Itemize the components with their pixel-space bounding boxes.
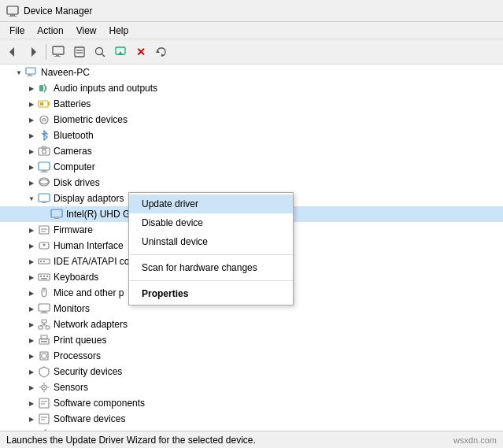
status-bar: Launches the Update Driver Wizard for th…: [0, 431, 503, 448]
svg-rect-37: [51, 209, 62, 217]
bluetooth-icon: [38, 129, 50, 142]
menu-action[interactable]: Action: [31, 24, 69, 38]
context-menu: Update driver Disable device Uninstall d…: [128, 192, 294, 305]
expand-biometric[interactable]: ▶: [25, 113, 38, 126]
ctx-disable-device[interactable]: Disable device: [129, 213, 293, 232]
svg-rect-39: [39, 226, 49, 234]
tree-label-swcomp: Software components: [54, 398, 145, 409]
tree-item-sound[interactable]: ▶ Sound, video and game controllers: [0, 427, 503, 431]
expand-mice[interactable]: ▶: [25, 287, 38, 299]
expand-swcomp[interactable]: ▶: [25, 397, 38, 409]
tree-item-bluetooth[interactable]: ▶ Bluetooth: [0, 128, 503, 143]
expand-audio[interactable]: ▶: [25, 82, 38, 94]
expand-network[interactable]: ▶: [25, 318, 38, 331]
expand-sensors[interactable]: ▶: [25, 381, 38, 394]
camera-icon: [38, 145, 50, 157]
ctx-scan-hardware[interactable]: Scan for hardware changes: [129, 258, 293, 277]
menu-help[interactable]: Help: [103, 24, 135, 38]
svg-rect-1: [10, 14, 15, 16]
svg-rect-48: [40, 276, 42, 277]
delete-button[interactable]: ✕: [131, 43, 150, 61]
expand-batteries[interactable]: ▶: [25, 98, 38, 110]
expand-print[interactable]: ▶: [25, 334, 38, 346]
expand-processors[interactable]: ▶: [25, 350, 38, 362]
monitor-icon: [38, 302, 50, 315]
svg-line-12: [102, 54, 105, 57]
expand-firmware[interactable]: ▶: [25, 224, 38, 236]
svg-rect-53: [39, 304, 50, 311]
forward-button[interactable]: [24, 43, 43, 61]
tree-item-printqueues[interactable]: ▶ Print queues: [0, 332, 503, 348]
ctx-sep1: [129, 254, 293, 255]
expand-display[interactable]: ▼: [25, 192, 38, 205]
expand-hid[interactable]: ▶: [25, 239, 38, 252]
security-icon: [38, 365, 50, 378]
svg-rect-54: [42, 311, 46, 313]
menu-bar: File Action View Help: [0, 22, 503, 39]
props-button[interactable]: [70, 43, 89, 61]
tree-label-processors: Processors: [54, 350, 101, 361]
status-message: Launches the Update Driver Wizard for th…: [6, 435, 256, 446]
expand-diskdrives[interactable]: ▶: [25, 176, 38, 189]
ctx-uninstall-device[interactable]: Uninstall device: [129, 232, 293, 251]
tree-item-softwaredev[interactable]: ▶ Software devices: [0, 411, 503, 427]
expand-bluetooth[interactable]: ▶: [25, 129, 38, 142]
tree-label-cameras: Cameras: [54, 146, 92, 157]
svg-rect-8: [75, 47, 84, 57]
tree-item-network[interactable]: ▶ Network adapters: [0, 317, 503, 332]
rollback-button[interactable]: [152, 43, 171, 61]
tree-item-softwarecomp[interactable]: ▶ Software components: [0, 395, 503, 411]
tree-item-security[interactable]: ▶ Security devices: [0, 364, 503, 380]
menu-file[interactable]: File: [3, 24, 31, 38]
firmware-icon: [38, 224, 50, 236]
tree-label-biometric: Biometric devices: [54, 114, 128, 125]
expand-sound[interactable]: ▶: [25, 428, 38, 431]
tree-item-biometric[interactable]: ▶ Biometric devices: [0, 112, 503, 128]
tree-item-cameras[interactable]: ▶ Cameras: [0, 143, 503, 159]
ctx-properties[interactable]: Properties: [129, 284, 293, 303]
update-driver-button[interactable]: [111, 43, 130, 61]
expand-computer[interactable]: ▶: [25, 161, 38, 173]
tree-item-processors[interactable]: ▶ Processors: [0, 348, 503, 364]
tree-item-computer[interactable]: ▶ Computer: [0, 159, 503, 175]
expand-keyboards[interactable]: ▶: [25, 271, 38, 283]
svg-rect-28: [39, 162, 50, 170]
tree-item-batteries[interactable]: ▶ Batteries: [0, 96, 503, 112]
tree-label-print: Print queues: [54, 335, 106, 346]
svg-rect-18: [28, 74, 31, 76]
tree-label-displayadaptors: Display adaptors: [54, 193, 124, 204]
svg-rect-30: [40, 172, 48, 172]
display-icon: [38, 192, 50, 205]
status-brand: wsxdn.com: [453, 435, 497, 445]
svg-rect-23: [40, 102, 43, 106]
svg-point-43: [43, 244, 46, 246]
expand-security[interactable]: ▶: [25, 365, 38, 378]
toolbar: ✕: [0, 39, 503, 65]
tree-label-firmware: Firmware: [54, 224, 93, 235]
tree-label-security: Security devices: [54, 366, 122, 377]
software-dev-icon: [38, 413, 50, 425]
sound-icon: [38, 428, 50, 431]
expand-root[interactable]: ▼: [13, 66, 25, 79]
expand-swdev[interactable]: ▶: [25, 413, 38, 425]
expand-cameras[interactable]: ▶: [25, 145, 38, 157]
menu-view[interactable]: View: [70, 24, 103, 38]
svg-rect-35: [39, 194, 50, 202]
tree-item-audio[interactable]: ▶ Audio inputs and outputs: [0, 80, 503, 96]
ctx-update-driver[interactable]: Update driver: [129, 194, 293, 213]
scan-button[interactable]: [91, 43, 109, 61]
svg-marker-3: [9, 47, 14, 57]
svg-rect-5: [53, 46, 64, 54]
svg-marker-79: [40, 430, 46, 431]
expand-monitors[interactable]: ▶: [25, 302, 38, 315]
expand-ide[interactable]: ▶: [25, 255, 38, 268]
svg-point-11: [96, 47, 103, 54]
svg-marker-4: [31, 47, 36, 57]
tree-item-diskdrives[interactable]: ▶ Disk drives: [0, 175, 503, 191]
back-button[interactable]: [3, 43, 22, 61]
tree-item-sensors[interactable]: ▶ Sensors: [0, 380, 503, 395]
audio-icon: [38, 82, 50, 94]
monitor-button[interactable]: [50, 43, 68, 61]
tree-root[interactable]: ▼ Naveen-PC: [0, 65, 503, 80]
tree-label-diskdrives: Disk drives: [54, 177, 100, 188]
